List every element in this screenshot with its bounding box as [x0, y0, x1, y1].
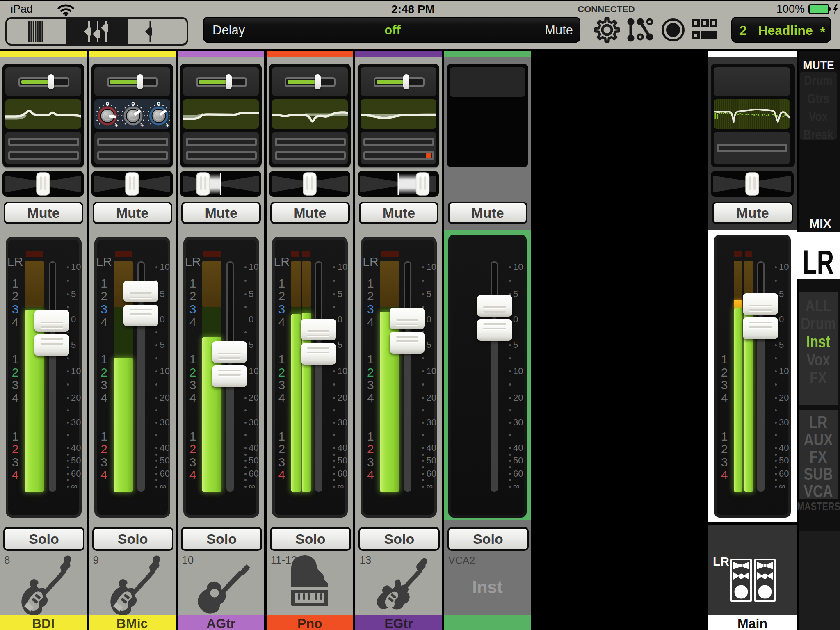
svg-text:+: +	[166, 122, 169, 129]
svg-text:+: +	[140, 122, 144, 129]
svg-text:-: -	[148, 122, 151, 129]
svg-text:-: -	[123, 122, 125, 129]
svg-text:0: 0	[157, 100, 160, 107]
svg-text:0: 0	[105, 100, 109, 107]
svg-text:+: +	[114, 122, 118, 129]
svg-text:-: -	[97, 122, 99, 129]
svg-text:0: 0	[131, 100, 135, 107]
